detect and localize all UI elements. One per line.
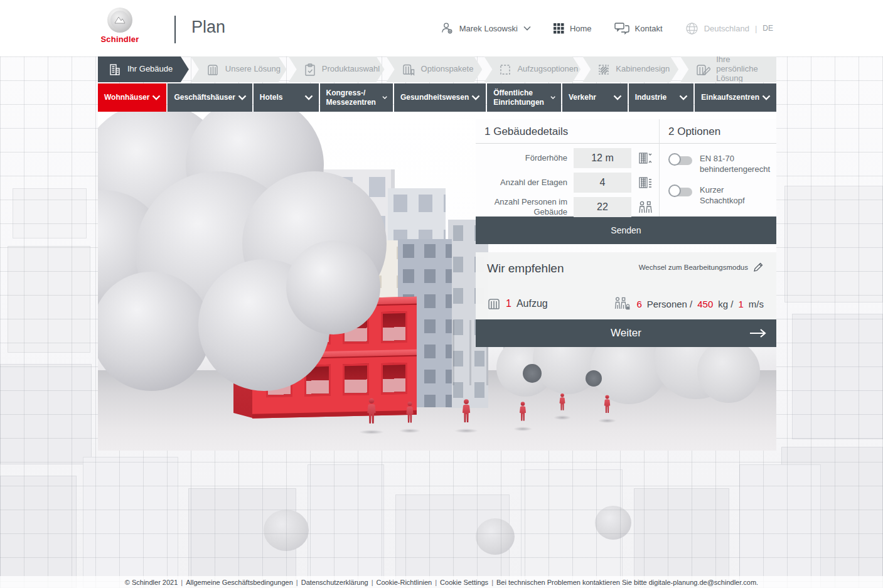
field-personen: Anzahl Personen im Gebäude xyxy=(476,197,659,218)
person-figure xyxy=(459,392,473,431)
pattern-square-icon xyxy=(597,63,610,76)
chevron-down-icon xyxy=(382,95,387,100)
step-tab-produktauswahl[interactable]: Produktauswahl xyxy=(289,56,385,82)
step-tab-optionspakete[interactable]: Optionspakete xyxy=(387,56,483,82)
persons-label: Personen / xyxy=(647,299,693,309)
field-label: Anzahl der Etagen xyxy=(476,178,574,188)
weiter-label: Weiter xyxy=(611,327,641,339)
user-menu[interactable]: Marek Losowski xyxy=(440,21,531,35)
step-label: Produktauswahl xyxy=(322,65,380,74)
step-label: Kabinendesign xyxy=(616,65,670,74)
load-label: kg / xyxy=(718,299,733,309)
kontakt-label: Kontakt xyxy=(635,24,663,33)
apps-grid-icon xyxy=(554,23,564,34)
person-figure xyxy=(557,387,567,418)
elevators-label: Aufzug xyxy=(516,298,548,309)
configuration-panel: 1 Gebäudedetails Förderhöhe xyxy=(476,119,776,347)
building-details-card: 1 Gebäudedetails Förderhöhe xyxy=(476,119,776,216)
footer-link-agb[interactable]: Allgemeine Geschäftsbedingungen xyxy=(178,579,292,586)
schindler-logo[interactable]: Schindler xyxy=(100,8,139,44)
lang-code: DE xyxy=(763,24,773,33)
page-title: Plan xyxy=(191,18,225,37)
category-tab-geschaeftshaeuser[interactable]: Geschäftshäuser xyxy=(168,83,252,112)
chevron-down-icon xyxy=(471,95,480,100)
step-tab-ihre-persoenliche-loesung[interactable]: Ihre persönliche Lösung xyxy=(680,56,776,82)
elevator-count: 1 Aufzug xyxy=(487,297,548,311)
arrow-right-icon xyxy=(749,328,766,338)
main-content: Ihr Gebäude Unsere Lösung Produktauswahl… xyxy=(98,56,776,451)
elevator-shaft-icon xyxy=(206,63,220,77)
building-icon xyxy=(108,63,122,77)
step-tab-ihr-gebaeude[interactable]: Ihr Gebäude xyxy=(98,56,189,82)
step-tab-unsere-loesung[interactable]: Unsere Lösung xyxy=(191,56,287,82)
person-figure xyxy=(404,394,416,431)
toggle-switch[interactable] xyxy=(670,188,692,196)
toggle-kurzer-schachtkopf[interactable]: Kurzer Schachtkopf xyxy=(670,185,770,206)
step-tab-kabinendesign[interactable]: Kabinendesign xyxy=(582,56,678,82)
person-figure xyxy=(364,390,379,432)
elevator-bookmark-icon xyxy=(402,63,415,77)
chevron-down-icon xyxy=(679,95,688,100)
toggle-knob xyxy=(668,153,681,166)
personen-input[interactable] xyxy=(574,197,631,217)
footer-link-cookie-richtlinien[interactable]: Cookie-Richtlinien xyxy=(368,579,432,586)
footer-link-datenschutz[interactable]: Datenschutzerklärung xyxy=(293,579,368,586)
options-section: 2 Optionen EN 81-70 behindertengerecht K… xyxy=(660,119,776,216)
person-figure xyxy=(517,394,528,429)
chevron-down-icon xyxy=(613,95,622,100)
category-tab-gesundheitswesen[interactable]: Gesundheitswesen xyxy=(394,83,486,112)
category-tab-kongress-messezentren[interactable]: Kongress-/ Messezentren xyxy=(320,83,393,112)
mountain-icon xyxy=(113,13,127,27)
app-header: Schindler Plan Marek Losowski Home xyxy=(0,0,883,56)
toggle-label: Kurzer Schachtkopf xyxy=(700,185,770,206)
toggle-switch[interactable] xyxy=(670,156,692,165)
senden-button[interactable]: Senden xyxy=(476,216,776,244)
category-tab-hotels[interactable]: Hotels xyxy=(254,83,319,112)
etagen-input[interactable] xyxy=(574,173,631,193)
section-title: 2 Optionen xyxy=(660,119,776,144)
category-tab-wohnhaeuser[interactable]: Wohnhäuser xyxy=(98,83,166,112)
category-tab-einkaufszentren[interactable]: Einkaufszentren xyxy=(695,83,776,112)
footer-support-text: Bei technischen Problemen kontaktieren S… xyxy=(488,579,758,586)
speed-label: m/s xyxy=(749,299,764,309)
toggle-en-81-70[interactable]: EN 81-70 behindertengerecht xyxy=(670,154,770,175)
kontakt-link[interactable]: Kontakt xyxy=(614,22,663,35)
person-figure xyxy=(602,388,613,421)
capacity-summary: 6 Personen / 450 kg / 1 m/s xyxy=(613,296,764,311)
step-label: Aufzugsoptionen xyxy=(517,65,578,74)
field-label: Förderhöhe xyxy=(476,153,574,163)
globe-icon xyxy=(685,22,698,35)
weiter-button[interactable]: Weiter xyxy=(476,319,776,347)
category-tab-oeffentliche-einrichtungen[interactable]: Öffentliche Einrichtungen xyxy=(487,83,561,112)
section-title: 1 Gebäudedetails xyxy=(476,119,659,144)
elevators-value: 1 xyxy=(506,298,511,309)
home-link[interactable]: Home xyxy=(554,23,592,34)
persons-load-icon xyxy=(613,296,631,311)
chevron-down-icon xyxy=(523,26,531,31)
step-tab-aufzugsoptionen[interactable]: Aufzugsoptionen xyxy=(484,56,581,82)
edit-mode-link[interactable]: Wechsel zum Bearbeitungsmodus xyxy=(639,262,764,272)
language-selector[interactable]: Deutschland | DE xyxy=(685,22,773,35)
building-scene-3d: 1 Gebäudedetails Förderhöhe xyxy=(98,112,776,451)
recommendation-title: Wir empfehlen xyxy=(487,262,564,275)
tree-foliage xyxy=(697,340,760,403)
chevron-down-icon xyxy=(304,95,313,100)
category-tab-industrie[interactable]: Industrie xyxy=(629,83,694,112)
clipboard-check-icon xyxy=(304,63,316,77)
load-value: 450 xyxy=(697,299,713,309)
chat-icon xyxy=(614,22,629,35)
speed-value: 1 xyxy=(738,299,743,309)
copyright-text: © Schindler 2021 xyxy=(125,579,178,586)
category-tab-verkehr[interactable]: Verkehr xyxy=(562,83,628,112)
tree-shadow xyxy=(586,370,602,387)
user-icon xyxy=(440,21,454,35)
step-nav: Ihr Gebäude Unsere Lösung Produktauswahl… xyxy=(98,56,776,82)
user-name: Marek Losowski xyxy=(459,24,518,33)
footer-link-cookie-settings[interactable]: Cookie Settings xyxy=(432,579,488,586)
pencil-icon xyxy=(753,262,764,272)
foerderhoehe-input[interactable] xyxy=(574,148,631,168)
toggle-knob xyxy=(668,184,681,197)
building-floors-icon xyxy=(631,174,659,191)
step-label: Ihr Gebäude xyxy=(127,65,173,74)
persons-icon xyxy=(631,199,659,215)
